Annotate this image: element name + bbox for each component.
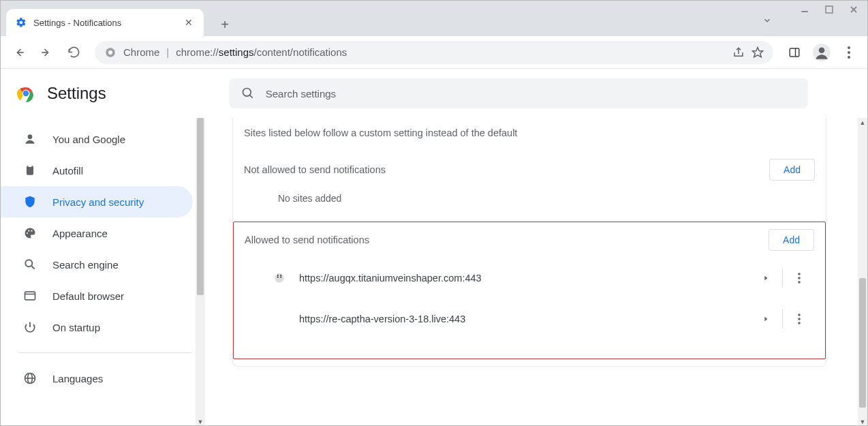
not-allowed-label: Not allowed to send notifications [244,164,386,175]
shield-icon [22,195,37,209]
allowed-site-row: https://re-captha-version-3-18.live:443 [234,299,825,339]
allowed-section-header: Allowed to send notifications Add [234,222,825,258]
palette-icon [22,226,37,240]
svg-point-15 [848,56,850,59]
site-url: https://re-captha-version-3-18.live:443 [299,314,737,324]
sidebar-item-label: Appearance [52,228,108,239]
url-text: Chrome | chrome://settings/content/notif… [123,46,347,58]
chrome-origin-icon [104,46,117,59]
chrome-logo-icon [17,85,35,102]
svg-point-41 [798,277,801,279]
main-scrollbar[interactable]: ▲ ▼ [858,118,867,426]
svg-point-26 [31,230,32,232]
svg-rect-37 [277,275,279,276]
scroll-down-icon[interactable]: ▼ [858,417,867,426]
profile-avatar[interactable] [810,41,833,64]
svg-point-42 [798,281,801,284]
svg-point-45 [798,318,801,320]
maximize-button[interactable] [821,3,837,16]
svg-rect-0 [801,11,808,12]
forward-button[interactable] [35,41,58,64]
svg-rect-9 [790,48,799,57]
sidebar-item-label: Search engine [52,259,119,271]
sidebar-item-on-startup[interactable]: On startup [1,311,193,343]
window-controls [796,3,862,16]
sidebar-scrollbar[interactable]: ▲ ▼ [196,118,205,426]
scrollbar-thumb[interactable] [859,278,866,408]
custom-sites-description: Sites listed below follow a custom setti… [233,118,826,152]
gear-icon [16,17,27,28]
svg-point-34 [275,273,284,283]
settings-header: Settings Search settings [1,69,867,118]
scroll-down-icon[interactable]: ▼ [196,417,205,426]
tab-list-chevron-icon[interactable] [762,16,772,25]
minimize-button[interactable] [796,3,813,16]
reload-button[interactable] [62,41,85,64]
add-not-allowed-button[interactable]: Add [769,159,815,181]
page-title: Settings [47,84,106,103]
scrollbar-thumb[interactable] [197,118,204,295]
sidebar-item-languages[interactable]: Languages [1,363,193,394]
svg-point-12 [819,47,825,53]
site-more-menu-button[interactable] [783,264,816,292]
nav-divider [20,352,191,353]
clipboard-icon [22,164,37,177]
svg-point-36 [280,276,281,277]
side-panel-icon[interactable] [783,41,806,64]
browser-tab-active[interactable]: Settings - Notifications ✕ [6,9,204,36]
svg-line-20 [249,95,252,98]
allowed-label: Allowed to send notifications [245,234,369,245]
svg-rect-29 [25,292,35,300]
share-icon[interactable] [732,46,745,59]
sidebar-item-label: Privacy and security [52,196,144,208]
sidebar-item-search-engine[interactable]: Search engine [1,249,193,280]
svg-rect-1 [826,6,833,13]
site-details-arrow-icon[interactable] [749,305,782,333]
svg-point-13 [848,46,850,49]
svg-point-46 [798,322,801,324]
sidebar-item-label: You and Google [52,134,125,145]
search-placeholder: Search settings [266,88,336,100]
svg-point-35 [277,276,279,277]
person-icon [22,132,37,146]
search-icon [241,87,255,100]
new-tab-button[interactable]: + [213,13,236,36]
sidebar-item-privacy-and-security[interactable]: Privacy and security [1,186,193,217]
settings-sidebar: You and GoogleAutofillPrivacy and securi… [1,118,205,426]
allowed-section-highlight: Allowed to send notifications Add https:… [233,222,826,359]
globe-icon [22,371,37,385]
svg-point-40 [798,273,801,275]
sidebar-item-default-browser[interactable]: Default browser [1,280,193,311]
browser-toolbar: Chrome | chrome://settings/content/notif… [1,36,867,69]
site-details-arrow-icon[interactable] [749,264,782,292]
svg-marker-39 [764,276,767,281]
svg-rect-22 [27,166,33,174]
sidebar-item-label: Languages [52,373,103,384]
svg-point-25 [28,230,29,232]
scroll-up-icon[interactable]: ▲ [858,118,867,127]
svg-point-19 [243,89,251,97]
svg-marker-43 [764,317,767,322]
svg-rect-23 [29,165,32,167]
svg-line-28 [32,267,35,269]
svg-marker-8 [753,47,763,57]
allowed-site-row: https://augqx.titaniumveinshaper.com:443 [234,258,825,299]
sidebar-item-label: On startup [52,322,100,333]
search-icon [22,258,37,271]
site-more-menu-button[interactable] [783,305,816,333]
chrome-menu-button[interactable] [837,41,861,64]
bookmark-star-icon[interactable] [751,46,764,59]
sidebar-item-autofill[interactable]: Autofill [1,155,193,186]
svg-point-24 [27,232,28,234]
site-favicon [272,271,287,286]
search-settings-input[interactable]: Search settings [229,78,808,108]
close-tab-button[interactable]: ✕ [182,17,196,28]
address-bar[interactable]: Chrome | chrome://settings/content/notif… [95,41,773,64]
sidebar-item-you-and-google[interactable]: You and Google [1,123,193,155]
window-close-button[interactable] [846,3,862,16]
add-allowed-button[interactable]: Add [769,229,814,251]
svg-point-44 [798,314,801,316]
back-button[interactable] [7,41,31,64]
sidebar-item-appearance[interactable]: Appearance [1,217,193,249]
not-allowed-section-header: Not allowed to send notifications Add [233,152,826,187]
